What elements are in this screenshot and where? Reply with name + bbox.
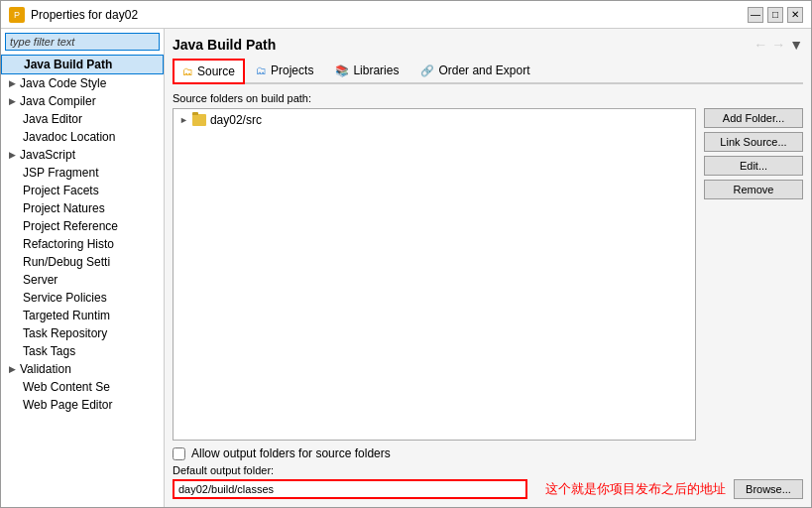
- source-folder-label: day02/src: [210, 113, 262, 127]
- sidebar-item-validation[interactable]: ▶Validation: [1, 360, 164, 378]
- browse-button[interactable]: Browse...: [734, 479, 803, 499]
- window-icon: P: [9, 7, 25, 23]
- sidebar-item-label-project-references: Project Reference: [23, 219, 118, 233]
- sidebar-item-label-task-repository: Task Repository: [23, 326, 107, 340]
- sidebar-item-run-debug-settings[interactable]: Run/Debug Setti: [1, 253, 164, 271]
- sidebar-item-label-javascript: JavaScript: [20, 148, 75, 162]
- sidebar-item-web-page-editor[interactable]: Web Page Editor: [1, 396, 164, 414]
- sidebar-item-label-web-content-settings: Web Content Se: [23, 380, 110, 394]
- checkbox-label: Allow output folders for source folders: [191, 446, 391, 460]
- maximize-button[interactable]: □: [767, 7, 783, 23]
- checkbox-row: Allow output folders for source folders: [173, 446, 803, 460]
- properties-window: P Properties for day02 — □ ✕ Java Build …: [0, 0, 812, 508]
- sidebar-item-web-content-settings[interactable]: Web Content Se: [1, 378, 164, 396]
- edit-button[interactable]: Edit...: [704, 156, 803, 176]
- title-buttons: — □ ✕: [748, 7, 803, 23]
- nav-arrows: ← → ▼: [754, 37, 803, 53]
- sidebar-item-targeted-runtimes[interactable]: Targeted Runtim: [1, 307, 164, 324]
- sidebar-item-label-java-code-style: Java Code Style: [20, 76, 106, 90]
- tab-libraries[interactable]: 📚 Libraries: [324, 59, 409, 82]
- expand-arrow-validation: ▶: [9, 364, 16, 374]
- sidebar-item-java-compiler[interactable]: ▶Java Compiler: [1, 92, 164, 110]
- source-description: Source folders on build path:: [173, 92, 803, 104]
- add-folder-button[interactable]: Add Folder...: [704, 108, 803, 128]
- minimize-button[interactable]: —: [748, 7, 763, 23]
- expand-arrow-javascript: ▶: [9, 150, 16, 160]
- panel-title: Java Build Path: [173, 37, 276, 53]
- side-buttons: Add Folder... Link Source... Edit... Rem…: [704, 108, 803, 441]
- sidebar-item-label-java-compiler: Java Compiler: [20, 94, 96, 108]
- tab-source-label: Source: [197, 64, 235, 78]
- sidebar-item-service-policies[interactable]: Service Policies: [1, 289, 164, 307]
- sidebar-item-label-service-policies: Service Policies: [23, 291, 107, 305]
- libraries-tab-icon: 📚: [335, 64, 349, 77]
- sidebar-item-label-project-facets: Project Facets: [23, 184, 99, 197]
- title-bar-left: P Properties for day02: [9, 7, 138, 23]
- close-button[interactable]: ✕: [787, 7, 803, 23]
- annotation-text: 这个就是你项目发布之后的地址: [545, 480, 726, 498]
- sidebar-item-label-java-build-path: Java Build Path: [24, 58, 112, 71]
- tab-order-export[interactable]: 🔗 Order and Export: [409, 59, 540, 82]
- sidebar-item-task-tags[interactable]: Task Tags: [1, 342, 164, 360]
- sidebar-item-label-validation: Validation: [20, 362, 71, 376]
- sidebar-item-jsp-fragment[interactable]: JSP Fragment: [1, 164, 164, 182]
- tab-projects-label: Projects: [271, 64, 313, 77]
- filter-input[interactable]: [5, 33, 160, 51]
- tabs-bar: 🗂 Source 🗂 Projects 📚 Libraries 🔗 Order …: [173, 59, 803, 84]
- source-tab-icon: 🗂: [182, 65, 193, 77]
- title-bar: P Properties for day02 — □ ✕: [1, 1, 811, 29]
- main-panel: Java Build Path ← → ▼ 🗂 Source 🗂 Project…: [165, 29, 811, 507]
- sidebar-item-label-targeted-runtimes: Targeted Runtim: [23, 309, 110, 322]
- order-tab-icon: 🔗: [420, 64, 434, 77]
- sidebar-item-task-repository[interactable]: Task Repository: [1, 324, 164, 342]
- sidebar-item-project-facets[interactable]: Project Facets: [1, 182, 164, 199]
- sidebar: Java Build Path▶Java Code Style▶Java Com…: [1, 29, 165, 507]
- tab-source[interactable]: 🗂 Source: [173, 59, 245, 84]
- window-title: Properties for day02: [31, 8, 138, 22]
- sidebar-item-refactoring-history[interactable]: Refactoring Histo: [1, 235, 164, 253]
- allow-output-checkbox[interactable]: [173, 447, 185, 460]
- sidebar-item-javascript[interactable]: ▶JavaScript: [1, 146, 164, 164]
- sidebar-item-label-refactoring-history: Refactoring Histo: [23, 237, 114, 251]
- tree-expand-arrow: ►: [179, 115, 188, 125]
- output-input[interactable]: [173, 479, 527, 499]
- panel-header: Java Build Path ← → ▼: [173, 37, 803, 53]
- tab-projects[interactable]: 🗂 Projects: [245, 59, 324, 82]
- dropdown-arrow[interactable]: ▼: [789, 37, 803, 53]
- tab-libraries-label: Libraries: [353, 64, 399, 77]
- bottom-section: Allow output folders for source folders …: [173, 446, 803, 499]
- sidebar-item-project-references[interactable]: Project Reference: [1, 217, 164, 235]
- sidebar-item-java-code-style[interactable]: ▶Java Code Style: [1, 74, 164, 92]
- folder-icon: [192, 114, 206, 126]
- source-content: Source folders on build path: ► day02/sr…: [173, 92, 803, 499]
- source-list: ► day02/src: [173, 108, 696, 441]
- sidebar-item-label-server: Server: [23, 273, 58, 287]
- link-source-button[interactable]: Link Source...: [704, 132, 803, 152]
- sidebar-item-java-build-path[interactable]: Java Build Path: [1, 55, 164, 74]
- output-label: Default output folder:: [173, 464, 803, 476]
- sidebar-item-label-task-tags: Task Tags: [23, 344, 75, 358]
- sidebar-item-label-web-page-editor: Web Page Editor: [23, 398, 113, 412]
- sidebar-item-label-java-editor: Java Editor: [23, 112, 82, 126]
- back-arrow[interactable]: ←: [754, 37, 767, 53]
- sidebar-item-project-natures[interactable]: Project Natures: [1, 199, 164, 217]
- sidebar-item-javadoc-location[interactable]: Javadoc Location: [1, 128, 164, 146]
- sidebar-item-java-editor[interactable]: Java Editor: [1, 110, 164, 128]
- expand-arrow-java-compiler: ▶: [9, 96, 16, 106]
- expand-arrow-java-code-style: ▶: [9, 78, 16, 88]
- sidebar-list: Java Build Path▶Java Code Style▶Java Com…: [1, 55, 164, 507]
- sidebar-item-label-run-debug-settings: Run/Debug Setti: [23, 255, 110, 269]
- remove-button[interactable]: Remove: [704, 180, 803, 199]
- sidebar-item-label-jsp-fragment: JSP Fragment: [23, 166, 98, 180]
- sidebar-item-label-project-natures: Project Natures: [23, 201, 105, 215]
- sidebar-item-server[interactable]: Server: [1, 271, 164, 289]
- output-row: 这个就是你项目发布之后的地址 Browse...: [173, 479, 803, 499]
- sidebar-item-label-javadoc-location: Javadoc Location: [23, 130, 115, 144]
- projects-tab-icon: 🗂: [256, 64, 267, 76]
- source-area: ► day02/src Add Folder... Link Source...…: [173, 108, 803, 441]
- forward-arrow[interactable]: →: [771, 37, 785, 53]
- source-tree-item[interactable]: ► day02/src: [175, 111, 693, 129]
- main-content: Java Build Path▶Java Code Style▶Java Com…: [1, 29, 811, 507]
- tab-order-label: Order and Export: [438, 64, 529, 77]
